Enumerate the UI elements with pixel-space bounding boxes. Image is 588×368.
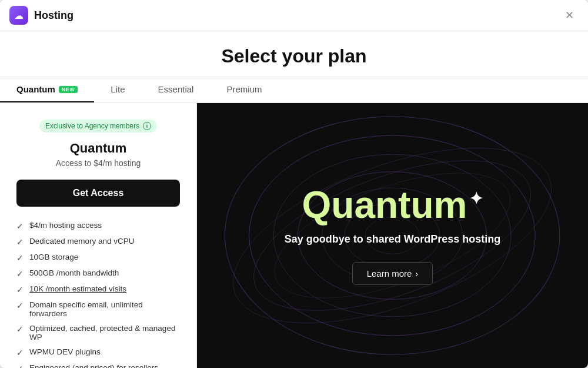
- list-item: ✓ $4/m hosting access: [16, 221, 180, 231]
- check-icon: ✓: [16, 364, 24, 368]
- list-item: ✓ 500GB /month bandwidth: [16, 268, 180, 279]
- list-item: ✓ Optimized, cached, protected & managed…: [16, 324, 180, 342]
- check-icon: ✓: [16, 237, 24, 247]
- list-item: ✓ Domain specific email, unlimited forwa…: [16, 300, 180, 318]
- plan-name: Quantum: [16, 141, 180, 156]
- hero-title: Quantum ✦: [285, 186, 501, 224]
- plan-subtitle: Access to $4/m hosting: [16, 158, 180, 168]
- list-item: ✓ 10K /month estimated visits: [16, 284, 180, 294]
- list-item: ✓ 10GB storage: [16, 253, 180, 263]
- main-window: ☁ Hosting ✕ Select your plan Quantum NEW…: [0, 0, 588, 368]
- exclusive-badge: Exclusive to Agency members i: [39, 120, 157, 132]
- list-item: ✓ WPMU DEV plugins: [16, 347, 180, 357]
- check-icon: ✓: [16, 285, 24, 294]
- app-icon: ☁: [9, 6, 28, 25]
- hero-subtitle: Say goodbye to shared WordPress hosting: [285, 233, 501, 246]
- estimated-visits-link[interactable]: 10K /month estimated visits: [29, 284, 126, 293]
- titlebar-left: ☁ Hosting: [9, 6, 74, 25]
- list-item: ✓ Dedicated memory and vCPU: [16, 237, 180, 247]
- tabs-bar: Quantum NEW Lite Essential Premium: [0, 77, 588, 103]
- tab-lite[interactable]: Lite: [94, 77, 141, 102]
- new-badge: NEW: [59, 86, 78, 93]
- check-icon: ✓: [16, 301, 24, 310]
- check-icon: ✓: [16, 324, 24, 334]
- check-icon: ✓: [16, 269, 24, 279]
- tab-premium[interactable]: Premium: [210, 77, 278, 102]
- tab-quantum[interactable]: Quantum NEW: [0, 77, 94, 102]
- titlebar: ☁ Hosting ✕: [0, 0, 588, 31]
- check-icon: ✓: [16, 253, 24, 263]
- page-header: Select your plan: [0, 31, 588, 77]
- info-icon: i: [143, 122, 151, 130]
- get-access-button[interactable]: Get Access: [16, 180, 180, 207]
- content-area: Exclusive to Agency members i Quantum Ac…: [0, 103, 588, 368]
- list-item: ✓ Engineered (and priced) for resellers: [16, 363, 180, 368]
- hero-content: Quantum ✦ Say goodbye to shared WordPres…: [285, 186, 501, 285]
- left-panel: Exclusive to Agency members i Quantum Ac…: [0, 103, 197, 368]
- learn-more-button[interactable]: Learn more ›: [352, 262, 433, 285]
- check-icon: ✓: [16, 348, 24, 357]
- sparkle-icon: ✦: [469, 191, 483, 207]
- features-list: ✓ $4/m hosting access ✓ Dedicated memory…: [16, 221, 180, 368]
- right-panel: Quantum ✦ Say goodbye to shared WordPres…: [197, 103, 588, 368]
- close-button[interactable]: ✕: [560, 8, 579, 23]
- tab-essential[interactable]: Essential: [142, 77, 211, 102]
- check-icon: ✓: [16, 221, 24, 231]
- app-title: Hosting: [34, 9, 74, 22]
- page-title: Select your plan: [0, 45, 588, 67]
